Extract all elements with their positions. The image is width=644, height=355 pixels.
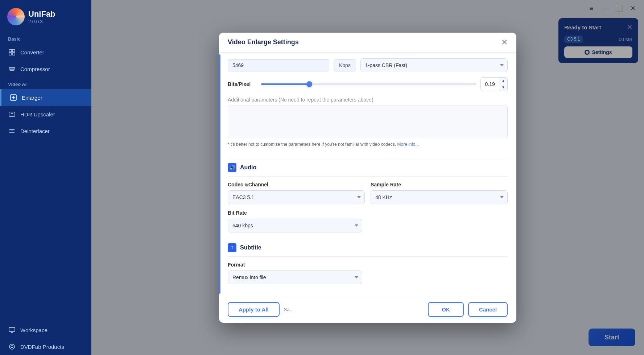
sidebar-item-dvdfab[interactable]: DVDFab Products bbox=[0, 338, 91, 355]
deinterlacer-label: Deinterlacer bbox=[20, 128, 50, 134]
svg-rect-0 bbox=[9, 49, 12, 52]
subtitle-section-header: T Subtitle bbox=[228, 238, 508, 257]
audio-section: 🔊 Audio Codec &Channel EAC3 5.1AAC 2.0AC… bbox=[228, 158, 508, 232]
bit-rate-label: Bit Rate bbox=[228, 210, 508, 216]
subtitle-section-label: Subtitle bbox=[240, 244, 261, 251]
modal-overlay: Video Enlarge Settings ✕ Kbps 1-pass CBR… bbox=[91, 0, 644, 355]
svg-rect-9 bbox=[9, 112, 15, 116]
bits-pixel-label: Bits/Pixel bbox=[228, 81, 257, 87]
audio-section-header: 🔊 Audio bbox=[228, 158, 508, 177]
bits-pixel-up[interactable]: ▲ bbox=[499, 78, 507, 84]
app-name: UniFab bbox=[28, 9, 55, 19]
video-enlarge-settings-dialog: Video Enlarge Settings ✕ Kbps 1-pass CBR… bbox=[219, 33, 516, 323]
svg-rect-1 bbox=[12, 49, 15, 52]
workspace-label: Workspace bbox=[20, 327, 48, 333]
sample-rate-select[interactable]: 48 KHz44.1 KHz96 KHz bbox=[371, 190, 508, 204]
compressor-label: Compressor bbox=[20, 66, 50, 72]
converter-label: Converter bbox=[20, 49, 44, 55]
sidebar-item-deinterlacer[interactable]: Deinterlacer bbox=[0, 123, 91, 139]
svg-rect-3 bbox=[12, 53, 15, 55]
codec-channel-group: Codec &Channel EAC3 5.1AAC 2.0AC3 5.1DTS… bbox=[228, 182, 365, 204]
format-group: Format Remux into fileBurn-inDisabled bbox=[228, 262, 508, 284]
codec-channel-label: Codec &Channel bbox=[228, 182, 365, 187]
bit-rate-group: Bit Rate 640 kbps384 kbps192 kbps bbox=[228, 210, 508, 232]
additional-note: *It's better not to customize the parame… bbox=[228, 142, 508, 147]
svg-rect-13 bbox=[9, 327, 15, 331]
workspace-icon bbox=[8, 326, 16, 334]
codec-channel-select[interactable]: EAC3 5.1AAC 2.0AC3 5.1DTS 5.1 bbox=[228, 190, 365, 204]
app-version: 2.0.0.3 bbox=[28, 19, 55, 24]
bitrate-row: Kbps 1-pass CBR (Fast) bbox=[228, 58, 508, 72]
dialog-title: Video Enlarge Settings bbox=[228, 38, 299, 46]
dvdfab-icon bbox=[8, 343, 16, 351]
basic-section-label: Basic bbox=[0, 32, 91, 44]
sidebar-item-enlarger[interactable]: Enlarger bbox=[0, 89, 91, 106]
main-area: ≡ — ⬜ ✕ Ready to Start ✕ C3 5.1 00 MB Se… bbox=[91, 0, 644, 355]
deinterlacer-icon bbox=[8, 127, 16, 135]
encoder-select[interactable]: 1-pass CBR (Fast) bbox=[360, 58, 508, 72]
enlarger-label: Enlarger bbox=[22, 95, 42, 101]
bitrate-input[interactable] bbox=[228, 59, 329, 71]
dialog-footer: Apply to All Sa... OK Cancel bbox=[219, 296, 516, 323]
apply-all-button[interactable]: Apply to All bbox=[228, 302, 280, 317]
audio-section-label: Audio bbox=[240, 164, 256, 171]
converter-icon bbox=[8, 48, 16, 56]
dialog-close-icon[interactable]: ✕ bbox=[501, 38, 508, 46]
dvdfab-label: DVDFab Products bbox=[20, 344, 64, 350]
sample-rate-label: Sample Rate bbox=[371, 182, 508, 187]
enlarger-icon bbox=[9, 94, 17, 102]
cancel-button[interactable]: Cancel bbox=[468, 302, 508, 317]
video-ai-section-label: Video AI bbox=[0, 77, 91, 89]
subtitle-icon: T bbox=[228, 243, 236, 252]
svg-rect-5 bbox=[10, 69, 14, 70]
dialog-scroll-area[interactable]: Kbps 1-pass CBR (Fast) Bits/Pixel bbox=[219, 53, 516, 296]
audio-icon: 🔊 bbox=[228, 163, 236, 172]
svg-rect-4 bbox=[9, 67, 15, 69]
svg-point-16 bbox=[9, 344, 15, 349]
logo-icon bbox=[7, 8, 25, 25]
app-logo: UniFab 2.0.0.3 bbox=[0, 0, 91, 32]
sidebar-item-hdr-upscaler[interactable]: HDR Upscaler bbox=[0, 106, 91, 123]
additional-params-section: Additional parameters (No need to repeat… bbox=[228, 97, 508, 147]
format-label: Format bbox=[228, 262, 508, 268]
sidebar-item-compressor[interactable]: Compressor bbox=[0, 61, 91, 77]
svg-point-17 bbox=[11, 346, 13, 348]
sidebar-item-workspace[interactable]: Workspace bbox=[0, 322, 91, 338]
sidebar-item-converter[interactable]: Converter bbox=[0, 44, 91, 61]
scroll-indicator bbox=[219, 54, 220, 294]
hdr-upscaler-label: HDR Upscaler bbox=[20, 111, 55, 117]
additional-params-textarea[interactable] bbox=[228, 106, 508, 138]
sidebar: UniFab 2.0.0.3 Basic Converter Compresso… bbox=[0, 0, 91, 355]
sample-rate-group: Sample Rate 48 KHz44.1 KHz96 KHz bbox=[371, 182, 508, 204]
dialog-header: Video Enlarge Settings ✕ bbox=[219, 33, 516, 53]
bits-pixel-down[interactable]: ▼ bbox=[499, 84, 507, 91]
audio-codec-sample-row: Codec &Channel EAC3 5.1AAC 2.0AC3 5.1DTS… bbox=[228, 182, 508, 204]
subtitle-section: T Subtitle Format Remux into fileBurn-in… bbox=[228, 238, 508, 296]
bits-pixel-slider[interactable] bbox=[261, 81, 476, 88]
save-label: Sa... bbox=[284, 307, 294, 312]
additional-params-label: Additional parameters (No need to repeat… bbox=[228, 97, 508, 103]
format-select[interactable]: Remux into fileBurn-inDisabled bbox=[228, 271, 362, 284]
bit-rate-select[interactable]: 640 kbps384 kbps192 kbps bbox=[228, 219, 362, 232]
compressor-icon bbox=[8, 65, 16, 73]
more-info-link[interactable]: More info... bbox=[397, 142, 419, 147]
bits-pixel-value: 0.19 bbox=[481, 80, 499, 88]
hdr-upscaler-icon bbox=[8, 110, 16, 118]
bitrate-unit: Kbps bbox=[334, 59, 356, 71]
bits-pixel-row: Bits/Pixel 0.19 ▲ ▼ bbox=[228, 77, 508, 91]
svg-rect-2 bbox=[9, 53, 12, 55]
ok-button[interactable]: OK bbox=[428, 302, 464, 317]
video-settings-partial: Kbps 1-pass CBR (Fast) Bits/Pixel bbox=[228, 53, 508, 158]
